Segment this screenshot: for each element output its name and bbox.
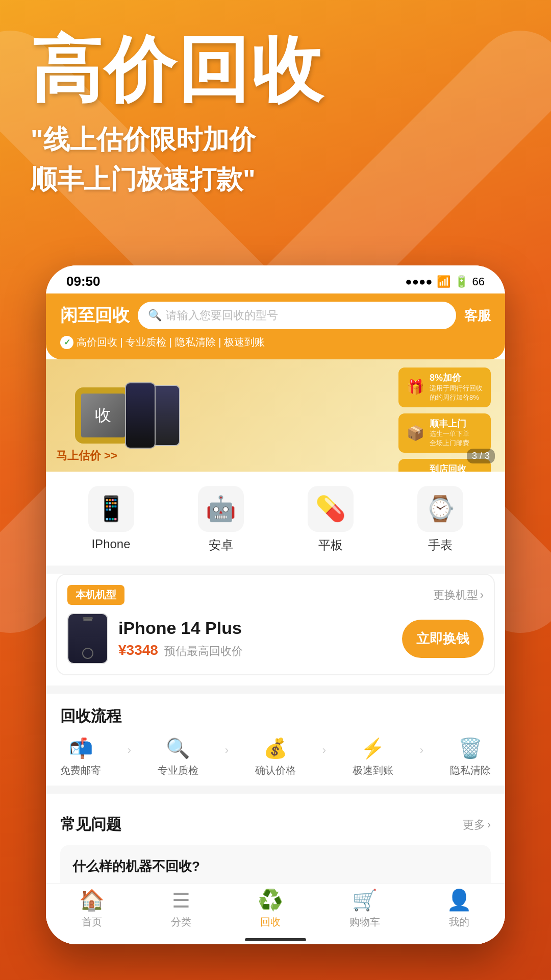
- app-logo: 闲至回收: [60, 304, 130, 327]
- category-android-label: 安卓: [209, 537, 233, 553]
- battery-icon: 🔋: [455, 275, 468, 288]
- chevron-right-icon: ›: [487, 818, 491, 831]
- device-pricing: ¥3348 预估最高回收价: [118, 642, 392, 659]
- category-tablet-label: 平板: [318, 537, 343, 553]
- device-info: iPhone 14 Plus ¥3348 预估最高回收价: [118, 618, 392, 659]
- hero-title: 高价回收: [31, 31, 520, 109]
- step-arrow-1: ›: [128, 744, 131, 757]
- step-payment-label: 极速到账: [353, 764, 393, 777]
- badge-2-icon: 📦: [407, 425, 424, 442]
- status-icons: ●●●● 📶 🔋 66: [405, 275, 485, 288]
- process-steps: 📬 免费邮寄 › 🔍 专业质检 › 💰 确认价格 › ⚡ 极速到账 › 🗑️ 隐…: [60, 737, 491, 777]
- category-iphone-label: IPhone: [91, 537, 130, 551]
- price-icon: 💰: [263, 737, 287, 760]
- category-watch-label: 手表: [428, 537, 453, 553]
- nav-profile-label: 我的: [449, 915, 469, 929]
- category-tablet[interactable]: 💊 平板: [308, 486, 354, 553]
- banner-section[interactable]: 收 🎁 8%加价 适用于周行行回收的约周行加价8% 📦 顺丰上门 选生一单下单全…: [46, 359, 505, 472]
- device-card: 本机机型 更换机型 › iPhone 14 Plus ¥3348 预估最高回收价…: [56, 574, 495, 675]
- recycle-icon: ♻️: [258, 888, 283, 912]
- badge-3-icon: 🤝: [407, 470, 424, 472]
- category-watch-icon: ⌚: [417, 486, 463, 532]
- device-name: iPhone 14 Plus: [118, 618, 392, 638]
- privacy-icon: 🗑️: [458, 737, 482, 760]
- step-arrow-3: ›: [322, 744, 326, 757]
- hero-subtitle: "线上估价限时加价 顺丰上门极速打款": [31, 119, 520, 199]
- category-android[interactable]: 🤖 安卓: [198, 486, 244, 553]
- category-icon: ☰: [172, 889, 190, 912]
- badge-2-sub: 选生一单下单全场上门邮费: [430, 429, 469, 448]
- local-device-tag: 本机机型: [67, 585, 124, 605]
- faq-header: 常见问题 更多 ›: [60, 814, 491, 835]
- nav-category[interactable]: ☰ 分类: [171, 889, 191, 929]
- badge-1-icon: 🎁: [407, 379, 424, 396]
- nav-recycle[interactable]: ♻️ 回收: [258, 888, 283, 929]
- trade-now-button[interactable]: 立即换钱: [402, 620, 484, 658]
- category-iphone[interactable]: 📱 IPhone: [88, 486, 134, 553]
- phone-mockup: 09:50 ●●●● 📶 🔋 66 闲至回收 🔍 请输入您要回收的型号 客服 ✓…: [46, 265, 505, 944]
- category-section: 📱 IPhone 🤖 安卓 💊 平板 ⌚ 手表: [46, 472, 505, 566]
- status-time: 09:50: [66, 274, 101, 289]
- home-icon: 🏠: [79, 888, 105, 912]
- step-privacy-label: 隐私清除: [450, 764, 491, 777]
- device-thumbnail: [67, 613, 108, 664]
- device-card-header: 本机机型 更换机型 ›: [67, 585, 484, 605]
- banner-page-indicator: 3 / 3: [467, 449, 495, 463]
- search-icon: 🔍: [148, 309, 162, 322]
- process-step-inspect: 🔍 专业质检: [158, 737, 198, 777]
- header-tags: ✓ 高价回收 | 专业质检 | 隐私清除 | 极速到账: [60, 335, 491, 349]
- process-section: 回收流程 📬 免费邮寄 › 🔍 专业质检 › 💰 确认价格 › ⚡ 极速到账 ›: [46, 694, 505, 786]
- customer-service-button[interactable]: 客服: [464, 307, 491, 325]
- faq-more-button[interactable]: 更多 ›: [463, 817, 491, 832]
- divider-3: [46, 786, 505, 794]
- step-inspect-label: 专业质检: [158, 764, 198, 777]
- device-row: iPhone 14 Plus ¥3348 预估最高回收价 立即换钱: [67, 613, 484, 664]
- search-bar[interactable]: 🔍 请输入您要回收的型号: [138, 302, 456, 329]
- nav-recycle-label: 回收: [260, 915, 281, 929]
- step-arrow-4: ›: [420, 744, 423, 757]
- category-android-icon: 🤖: [198, 486, 244, 532]
- app-header: 闲至回收 🔍 请输入您要回收的型号 客服 ✓ 高价回收 | 专业质检 | 隐私清…: [46, 293, 505, 359]
- mail-icon: 📬: [69, 737, 93, 760]
- divider-1: [46, 566, 505, 574]
- nav-category-label: 分类: [171, 915, 191, 929]
- faq-question: 什么样的机器不回收?: [72, 857, 479, 875]
- hero-section: 高价回收 "线上估价限时加价 顺丰上门极速打款": [31, 31, 520, 199]
- nav-profile[interactable]: 👤 我的: [446, 888, 472, 929]
- nav-cart-label: 购物车: [349, 915, 380, 929]
- process-step-price: 💰 确认价格: [255, 737, 296, 777]
- nav-home-label: 首页: [82, 915, 102, 929]
- app-header-top: 闲至回收 🔍 请输入您要回收的型号 客服: [60, 302, 491, 329]
- category-watch[interactable]: ⌚ 手表: [417, 486, 463, 553]
- home-indicator: [245, 938, 306, 941]
- category-tablet-icon: 💊: [308, 486, 354, 532]
- chevron-right-icon: ›: [480, 589, 484, 602]
- page-counter: 3 / 3: [467, 449, 495, 463]
- wifi-icon: 📶: [437, 275, 450, 288]
- cart-icon: 🛒: [352, 888, 378, 912]
- payment-icon: ⚡: [361, 737, 385, 760]
- badge-2-text: 顺丰上门: [430, 419, 469, 430]
- step-price-label: 确认价格: [255, 764, 296, 777]
- badge-1-text: 8%加价: [430, 373, 483, 384]
- process-step-payment: ⚡ 极速到账: [353, 737, 393, 777]
- search-placeholder: 请输入您要回收的型号: [166, 308, 278, 323]
- banner-badge-1: 🎁 8%加价 适用于周行行回收的约周行加价8%: [398, 368, 491, 407]
- banner-cta[interactable]: 马上估价 >>: [56, 448, 117, 463]
- process-title: 回收流程: [60, 706, 491, 727]
- process-step-mail: 📬 免费邮寄: [60, 737, 101, 777]
- divider-2: [46, 685, 505, 694]
- profile-icon: 👤: [446, 888, 472, 912]
- step-mail-label: 免费邮寄: [60, 764, 101, 777]
- bottom-navigation: 🏠 首页 ☰ 分类 ♻️ 回收 🛒 购物车 👤 我的: [46, 883, 505, 944]
- device-price-label: 预估最高回收价: [164, 645, 243, 657]
- banner-badge-2: 📦 顺丰上门 选生一单下单全场上门邮费: [398, 413, 491, 453]
- check-icon: ✓: [60, 336, 73, 349]
- inspect-icon: 🔍: [166, 737, 190, 760]
- status-bar: 09:50 ●●●● 📶 🔋 66: [46, 265, 505, 293]
- badge-3-text: 到店回收: [430, 464, 466, 472]
- change-device-button[interactable]: 更换机型 ›: [433, 587, 484, 603]
- nav-home[interactable]: 🏠 首页: [79, 888, 105, 929]
- nav-cart[interactable]: 🛒 购物车: [349, 888, 380, 929]
- category-iphone-icon: 📱: [88, 486, 134, 532]
